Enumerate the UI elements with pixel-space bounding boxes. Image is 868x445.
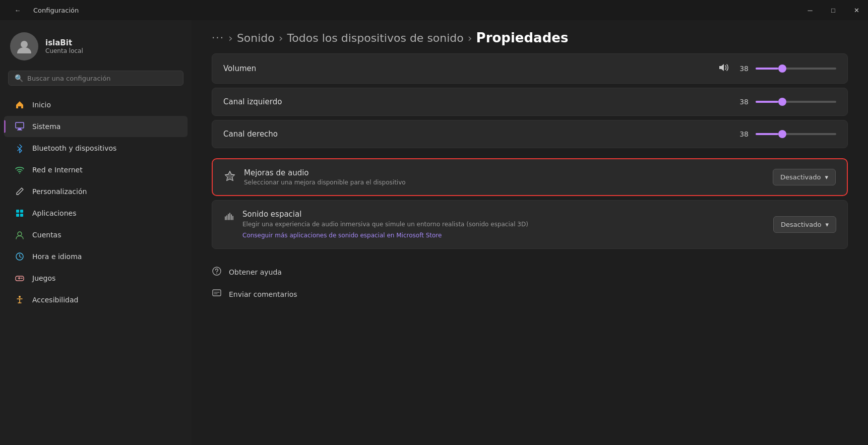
volume-fill: [756, 68, 778, 70]
sidebar-item-label-inicio: Inicio: [32, 101, 51, 109]
canal-derecho-value: 38: [739, 130, 749, 138]
svg-point-14: [19, 296, 21, 298]
sidebar-item-label-cuentas: Cuentas: [32, 231, 61, 239]
svg-rect-8: [20, 214, 23, 217]
minimize-button[interactable]: ─: [798, 0, 822, 20]
user-account-type: Cuenta local: [45, 47, 83, 54]
svg-point-12: [21, 278, 22, 279]
system-icon: [14, 121, 25, 132]
canal-izquierdo-row: Canal izquierdo 38: [212, 88, 848, 116]
breadcrumb: ··· › Sonido › Todos los dispositivos de…: [192, 20, 868, 53]
sonido-espacial-title: Sonido espacial: [242, 210, 773, 219]
canal-izquierdo-fill: [756, 101, 778, 103]
breadcrumb-todos[interactable]: Todos los dispositivos de sonido: [287, 32, 464, 44]
bluetooth-icon: [14, 143, 25, 154]
svg-point-9: [18, 232, 22, 236]
sidebar-item-personalizacion[interactable]: Personalización: [4, 181, 188, 202]
search-input[interactable]: [27, 75, 177, 82]
breadcrumb-sep-3: ›: [468, 32, 472, 44]
sidebar-item-label-hora: Hora e idioma: [32, 252, 82, 261]
help-label-ayuda: Obtener ayuda: [229, 268, 282, 276]
canal-izquierdo-label: Canal izquierdo: [223, 97, 739, 106]
volume-controls: 38: [718, 63, 836, 74]
sidebar-item-label-aplicaciones: Aplicaciones: [32, 209, 76, 217]
mejoras-audio-desc: Seleccionar una mejora disponible para e…: [244, 179, 773, 186]
accessibility-icon: [14, 294, 25, 305]
spatial-text: Sonido espacial Elegir una experiencia d…: [242, 210, 773, 239]
enhancement-text: Mejoras de audio Seleccionar una mejora …: [244, 168, 773, 186]
sidebar-item-sistema[interactable]: Sistema: [4, 116, 188, 137]
help-item-ayuda[interactable]: Obtener ayuda: [212, 261, 848, 283]
breadcrumb-dots[interactable]: ···: [212, 32, 224, 44]
avatar: [10, 32, 38, 60]
mejoras-audio-title: Mejoras de audio: [244, 168, 773, 177]
spatial-store-link[interactable]: Conseguir más aplicaciones de sonido esp…: [242, 232, 442, 239]
user-profile: islaBit Cuenta local: [0, 20, 192, 71]
svg-rect-1: [16, 122, 24, 128]
help-label-comentarios: Enviar comentarios: [229, 290, 297, 298]
sonido-espacial-dropdown-value: Desactivado: [781, 221, 821, 228]
app-body: islaBit Cuenta local 🔍 Inicio: [0, 20, 868, 445]
maximize-button[interactable]: □: [822, 0, 845, 20]
svg-point-24: [216, 273, 217, 274]
games-icon: [14, 273, 25, 284]
main-content: ··· › Sonido › Todos los dispositivos de…: [192, 20, 868, 445]
volume-icon: [718, 63, 729, 74]
sidebar-item-label-red: Red e Internet: [32, 166, 83, 174]
sidebar-item-label-sistema: Sistema: [32, 122, 60, 131]
svg-rect-2: [18, 129, 21, 130]
sidebar-item-accesibilidad[interactable]: Accesibilidad: [4, 289, 188, 310]
canal-derecho-slider[interactable]: [756, 133, 836, 135]
network-icon: [14, 164, 25, 175]
sidebar-item-cuentas[interactable]: Cuentas: [4, 224, 188, 245]
svg-rect-3: [17, 130, 22, 131]
canal-derecho-thumb: [778, 130, 786, 138]
breadcrumb-sep-1: ›: [228, 32, 233, 44]
accounts-icon: [14, 229, 25, 240]
sidebar-item-hora[interactable]: Hora e idioma: [4, 246, 188, 267]
search-icon: 🔍: [15, 74, 23, 82]
sonido-espacial-desc: Elegir una experiencia de audio inmersiv…: [242, 221, 773, 228]
sidebar-nav: Inicio Sistema Bluetoo: [0, 94, 192, 311]
sidebar-item-bluetooth[interactable]: Bluetooth y dispositivos: [4, 138, 188, 159]
volume-row: Volumen 38: [212, 53, 848, 84]
sidebar-item-label-juegos: Juegos: [32, 274, 55, 282]
sidebar: islaBit Cuenta local 🔍 Inicio: [0, 20, 192, 445]
canal-derecho-controls: 38: [739, 130, 836, 138]
home-icon: [14, 99, 25, 110]
sidebar-item-juegos[interactable]: Juegos: [4, 268, 188, 289]
titlebar-title: Configuración: [33, 7, 79, 14]
sidebar-item-red[interactable]: Red e Internet: [4, 159, 188, 180]
user-name: islaBit: [45, 38, 83, 47]
canal-derecho-label: Canal derecho: [223, 130, 739, 139]
breadcrumb-sonido[interactable]: Sonido: [237, 32, 275, 44]
titlebar-left: ← Configuración: [6, 0, 79, 20]
help-icon: [212, 266, 222, 278]
canal-izquierdo-slider[interactable]: [756, 101, 836, 103]
svg-rect-25: [213, 290, 221, 296]
sonido-espacial-row: Sonido espacial Elegir una experiencia d…: [212, 200, 848, 249]
volume-thumb: [778, 65, 786, 73]
help-item-comentarios[interactable]: Enviar comentarios: [212, 283, 848, 305]
sidebar-item-label-bluetooth: Bluetooth y dispositivos: [32, 144, 116, 152]
sidebar-item-inicio[interactable]: Inicio: [4, 94, 188, 115]
back-button[interactable]: ←: [6, 0, 29, 20]
spatial-icon: [223, 211, 235, 225]
sonido-espacial-dropdown[interactable]: Desactivado ▾: [773, 216, 836, 233]
time-icon: [14, 251, 25, 262]
help-section: Obtener ayuda Enviar comentarios: [192, 251, 868, 310]
mejoras-audio-dropdown[interactable]: Desactivado ▾: [773, 169, 836, 185]
apps-icon: [14, 208, 25, 219]
close-button[interactable]: ✕: [845, 0, 868, 20]
titlebar: ← Configuración ─ □ ✕: [0, 0, 868, 20]
volume-value: 38: [739, 65, 749, 73]
feedback-icon: [212, 288, 222, 300]
user-info: islaBit Cuenta local: [45, 38, 83, 54]
sidebar-item-aplicaciones[interactable]: Aplicaciones: [4, 203, 188, 224]
canal-derecho-track: [756, 133, 836, 135]
volume-label: Volumen: [223, 64, 718, 73]
svg-point-23: [213, 267, 221, 275]
volume-slider[interactable]: [756, 68, 836, 70]
personalization-icon: [14, 186, 25, 197]
canal-derecho-row: Canal derecho 38: [212, 120, 848, 148]
